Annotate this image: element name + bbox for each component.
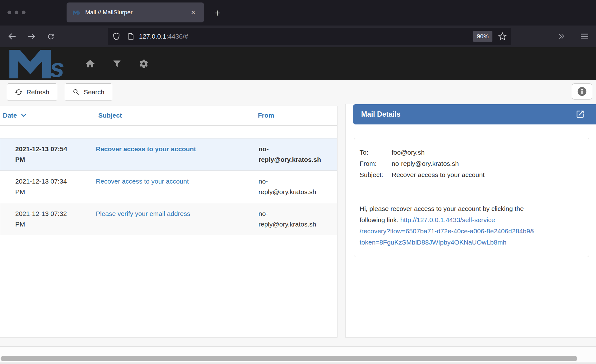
search-icon — [72, 88, 80, 96]
forward-button[interactable] — [24, 29, 39, 44]
mail-body-line1: Hi, please recover access to your accoun… — [360, 205, 524, 212]
window-dot[interactable] — [22, 11, 26, 14]
new-tab-button[interactable]: + — [210, 6, 225, 20]
refresh-button[interactable]: Refresh — [7, 83, 57, 101]
tab-title: Mail // MailSlurper — [85, 9, 191, 16]
home-nav-link[interactable] — [84, 58, 96, 70]
mail-fields: To: foo@ory.sh From: no-reply@ory.kratos… — [360, 147, 583, 180]
mail-table-body: 2021-12-13 07:54 PM Recover access to yo… — [0, 126, 337, 235]
horizontal-scrollbar-track[interactable] — [0, 347, 596, 364]
refresh-button-label: Refresh — [26, 88, 49, 96]
search-button[interactable]: Search — [65, 83, 112, 101]
hamburger-icon — [580, 33, 589, 40]
url-text[interactable]: 127.0.0.1:4436/# — [139, 33, 473, 40]
info-button[interactable] — [572, 83, 592, 100]
app-menu-button[interactable] — [577, 29, 592, 44]
settings-nav-link[interactable] — [137, 58, 150, 70]
mail-subject-link[interactable]: Recover access to your account — [96, 145, 196, 152]
sort-chevron-down-icon — [21, 114, 26, 117]
mailslurper-header: s — [0, 47, 596, 80]
mail-list-panel: Date Subject From 2021-12-13 07:54 PM Re… — [0, 106, 338, 338]
zoom-level-badge[interactable]: 90% — [473, 31, 492, 42]
mail-row-from: no-reply@ory.kratos.sh — [255, 203, 337, 235]
tab-bar: s Mail // MailSlurper × + — [0, 0, 596, 26]
mail-row-subject: Please verify your email address — [96, 203, 255, 235]
mail-row-date: 2021-12-13 07:54 PM — [0, 138, 96, 170]
mail-row-date: 2021-12-13 07:32 PM — [0, 203, 96, 235]
mail-row-subject: Recover access to your account — [96, 138, 255, 170]
column-header-date[interactable]: Date — [0, 106, 96, 126]
mail-row-subject: Recover access to your account — [96, 170, 255, 203]
mail-row[interactable]: 2021-12-13 07:32 PM Please verify your e… — [0, 203, 337, 235]
browser-toolbar: 127.0.0.1:4436/# 90% — [0, 26, 596, 47]
mail-field-row: From: no-reply@ory.kratos.sh — [360, 158, 583, 169]
mail-row-from: no-reply@ory.kratos.sh — [255, 138, 337, 170]
double-chevron-icon — [557, 33, 566, 40]
reload-icon — [47, 32, 55, 41]
recovery-link-segment: token=8FguKzSMblD88JWIpby4OKNaUOwLb8mh — [360, 237, 580, 248]
url-bar[interactable]: 127.0.0.1:4436/# 90% — [108, 28, 511, 45]
filter-nav-link[interactable] — [111, 58, 123, 70]
back-arrow-icon — [7, 32, 17, 41]
window-dot[interactable] — [7, 11, 11, 14]
mail-body: Hi, please recover access to your accoun… — [360, 203, 583, 248]
mail-field-value: no-reply@ory.kratos.sh — [392, 158, 459, 169]
overflow-menu-button[interactable] — [554, 29, 569, 44]
mail-row-from: no-reply@ory.kratos.sh — [255, 170, 337, 203]
gear-icon — [139, 59, 149, 69]
mail-table-header-row: Date Subject From — [0, 106, 337, 126]
mail-subject-link[interactable]: Please verify your email address — [96, 210, 190, 217]
mail-details-card: To: foo@ory.sh From: no-reply@ory.kratos… — [354, 138, 589, 257]
column-header-from[interactable]: From — [255, 106, 337, 126]
window-controls[interactable] — [7, 11, 26, 14]
shield-icon[interactable] — [112, 32, 120, 40]
filter-funnel-icon — [113, 59, 121, 68]
refresh-icon — [15, 88, 23, 96]
mail-subject-link[interactable]: Recover access to your account — [96, 178, 189, 185]
mail-details-panel: Mail Details To: foo@ory.sh From: no-rep… — [345, 104, 596, 338]
mail-field-value: Recover access to your account — [392, 169, 485, 180]
mail-body-line2-prefix: following link: — [360, 216, 400, 223]
mail-row-date: 2021-12-13 07:34 PM — [0, 170, 96, 203]
mail-field-value: foo@ory.sh — [392, 147, 425, 158]
browser-tab[interactable]: s Mail // MailSlurper × — [67, 2, 204, 22]
bookmark-star-icon[interactable] — [498, 32, 507, 41]
mail-field-row: To: foo@ory.sh — [360, 147, 583, 158]
details-divider — [361, 192, 582, 192]
mailslurper-favicon: s — [73, 10, 81, 15]
window-dot[interactable] — [15, 11, 18, 14]
browser-window: s Mail // MailSlurper × + — [0, 0, 596, 364]
mail-table: Date Subject From 2021-12-13 07:54 PM Re… — [0, 106, 337, 235]
url-host: 127.0.0.1 — [139, 33, 166, 40]
mail-details-header: Mail Details — [353, 104, 596, 124]
column-header-subject[interactable]: Subject — [96, 106, 255, 126]
url-path: :4436/# — [166, 33, 188, 40]
info-icon — [577, 86, 587, 97]
app-nav — [84, 47, 150, 80]
horizontal-scrollbar-thumb[interactable] — [1, 356, 577, 361]
close-tab-icon[interactable]: × — [191, 9, 195, 16]
reload-button[interactable] — [44, 29, 58, 44]
open-external-icon[interactable] — [575, 110, 585, 119]
mail-field-row: Subject: Recover access to your account — [360, 169, 583, 180]
bottom-edge — [0, 362, 596, 364]
column-header-date-label: Date — [3, 112, 17, 119]
home-icon — [85, 58, 95, 69]
back-button[interactable] — [5, 29, 19, 44]
mail-details-title: Mail Details — [361, 110, 401, 119]
recovery-link-segment: http://127.0.0.1:4433/self-service — [400, 216, 495, 223]
mail-field-label: To: — [360, 147, 392, 158]
page-content: Refresh Search Date — [0, 80, 596, 364]
recovery-link-segment: /recovery?flow=6507ba71-d72e-40ce-a006-8… — [360, 226, 580, 237]
svg-text:s: s — [78, 11, 81, 15]
mail-row[interactable]: 2021-12-13 07:54 PM Recover access to yo… — [0, 138, 337, 170]
svg-text:s: s — [50, 53, 65, 78]
mail-field-label: From: — [360, 158, 392, 169]
page-info-icon[interactable] — [127, 32, 135, 40]
toolbar-right-group — [550, 26, 596, 47]
search-button-label: Search — [84, 88, 105, 96]
mail-field-label: Subject: — [360, 169, 392, 180]
forward-arrow-icon — [27, 32, 36, 41]
mail-row[interactable]: 2021-12-13 07:34 PM Recover access to yo… — [0, 170, 337, 203]
table-spacer-row — [0, 126, 337, 138]
